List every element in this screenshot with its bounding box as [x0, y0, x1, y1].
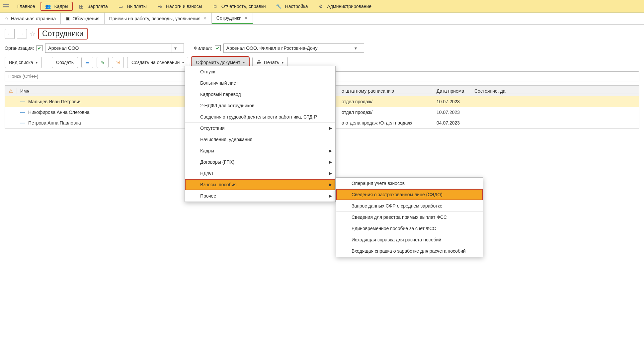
branch-select-value: Арсенал ООО. Филиал в г.Ростов-на-Дону	[224, 45, 352, 51]
menu-item-accruals[interactable]: Начисления, удержания	[185, 134, 335, 145]
row-schedule: отдел продаж/	[338, 99, 433, 104]
create-doc-menu: Отпуск Больничный лист Кадровый перевод …	[185, 66, 336, 202]
org-select-value: Арсенал ООО	[45, 45, 172, 51]
branch-select[interactable]: Арсенал ООО. Филиал в г.Ростов-на-Дону ▾	[223, 43, 364, 53]
row-hire-date: 04.07.2023	[433, 120, 471, 126]
col-schedule[interactable]: о штатному расписанию	[338, 88, 433, 94]
chevron-down-icon	[36, 61, 38, 64]
branch-label: Филиал:	[194, 45, 212, 51]
home-icon	[5, 15, 8, 22]
bullet-icon: —	[20, 120, 25, 126]
print-label: Печать	[264, 60, 279, 65]
menu-item-ndfl[interactable]: НДФЛ▶	[185, 168, 335, 179]
page-title: Сотрудники	[38, 28, 88, 40]
create-based-button[interactable]: Создать на основании	[127, 57, 188, 68]
users-icon	[45, 4, 51, 9]
chevron-right-icon: ▶	[329, 194, 332, 198]
edit-pen-button[interactable]	[97, 57, 109, 68]
menu-item-contributions[interactable]: Взносы, пособия▶	[185, 179, 335, 190]
menu-settings[interactable]: Настройка	[271, 2, 313, 11]
create-based-label: Создать на основании	[131, 60, 180, 65]
menu-taxes[interactable]: Налоги и взносы	[152, 2, 207, 11]
bullet-icon: —	[20, 110, 25, 115]
org-checkbox[interactable]: ✔	[37, 45, 42, 51]
link-icon	[116, 60, 120, 65]
tab-hiring-label: Приемы на работу, переводы, увольнения	[109, 16, 201, 21]
menu-item-other[interactable]: Прочее▶	[185, 190, 335, 202]
link-button[interactable]	[112, 57, 124, 68]
chevron-down-icon	[182, 61, 184, 64]
submenu-item-incoming-cert[interactable]: Входящая справка о заработке для расчета…	[336, 245, 483, 257]
col-hire-date[interactable]: Дата приема	[433, 88, 471, 94]
table-icon	[78, 4, 84, 9]
row-schedule: а отдела продаж /Отдел продаж/	[338, 120, 433, 126]
row-hire-date: 10.07.2023	[433, 110, 471, 115]
menu-hr[interactable]: Кадры	[40, 2, 73, 11]
warn-icon	[9, 88, 13, 94]
menu-item-stdr[interactable]: Сведения о трудовой деятельности работни…	[185, 111, 335, 123]
close-icon[interactable]: ✕	[244, 16, 248, 21]
menu-item-transfer[interactable]: Кадровый перевод	[185, 89, 335, 100]
menu-settings-label: Настройка	[285, 4, 308, 9]
list-icon	[85, 60, 89, 65]
menu-payouts[interactable]: Выплаты	[113, 2, 151, 11]
chevron-down-icon	[243, 61, 245, 64]
submenu-item-insured-sedo[interactable]: Сведения о застрахованном лице (СЭДО)	[336, 189, 483, 200]
submenu-item-sfr-request[interactable]: Запрос данных СФР о среднем заработке	[336, 200, 483, 212]
favorite-icon[interactable]: ☆	[30, 30, 36, 38]
menu-reports-label: Отчетность, справки	[221, 4, 266, 9]
chevron-down-icon[interactable]: ▾	[352, 44, 359, 52]
copy-button[interactable]	[81, 57, 93, 68]
submenu-item-op-contrib[interactable]: Операция учета взносов	[336, 178, 483, 189]
menu-payouts-label: Выплаты	[127, 4, 147, 9]
menu-item-sickleave[interactable]: Больничный лист	[185, 77, 335, 89]
col-state[interactable]: Состояние, да	[471, 88, 639, 94]
chevron-down-icon	[282, 61, 283, 64]
col-alert	[5, 88, 17, 94]
menu-salary[interactable]: Зарплата	[73, 2, 112, 11]
percent-icon	[157, 4, 163, 9]
branch-checkbox[interactable]: ✔	[215, 45, 221, 51]
submenu-item-outgoing-cert[interactable]: Исходящая справка для расчета пособий	[336, 234, 483, 245]
burger-icon[interactable]	[2, 1, 12, 12]
tab-start[interactable]: Начальная страница	[0, 13, 61, 24]
row-schedule: отдел продаж/	[338, 110, 433, 115]
doc-icon	[212, 4, 218, 9]
tab-hiring[interactable]: Приемы на работу, переводы, увольнения ✕	[105, 13, 212, 24]
tab-discussions[interactable]: Обсуждения	[61, 13, 104, 24]
chevron-right-icon: ▶	[329, 171, 332, 176]
menu-item-absences[interactable]: Отсутствия▶	[185, 123, 335, 134]
wrench-icon	[276, 4, 282, 9]
menu-admin-label: Администрирование	[327, 4, 372, 9]
gear-icon	[318, 4, 324, 9]
chat-icon	[65, 16, 70, 21]
card-icon	[118, 4, 124, 9]
row-name: Никофирова Анна Олеговна	[28, 110, 90, 115]
print-icon	[257, 60, 261, 65]
menu-reports[interactable]: Отчетность, справки	[207, 2, 271, 11]
bullet-icon: —	[20, 99, 25, 104]
menu-item-gph[interactable]: Договоры (ГПХ)▶	[185, 156, 335, 168]
chevron-down-icon[interactable]: ▾	[172, 44, 179, 52]
menu-taxes-label: Налоги и взносы	[166, 4, 202, 9]
chevron-right-icon: ▶	[329, 148, 332, 153]
tab-employees[interactable]: Сотрудники ✕	[212, 13, 253, 24]
create-label: Создать	[56, 60, 74, 65]
menu-item-2ndfl[interactable]: 2-НДФЛ для сотрудников	[185, 100, 335, 111]
view-type-button[interactable]: Вид списка	[5, 57, 42, 68]
title-row: ← → ☆ Сотрудники	[0, 25, 644, 42]
menu-item-hr[interactable]: Кадры▶	[185, 145, 335, 156]
menu-main[interactable]: Главное	[13, 2, 40, 11]
menu-admin[interactable]: Администрирование	[313, 2, 376, 11]
nav-forward-button[interactable]: →	[17, 29, 27, 39]
create-button[interactable]: Создать	[52, 57, 78, 68]
menu-item-vacation[interactable]: Отпуск	[185, 66, 335, 77]
submenu-item-fss-onetime[interactable]: Единовременное пособие за счет ФСС	[336, 223, 483, 234]
nav-back-button[interactable]: ←	[5, 29, 15, 39]
org-select[interactable]: Арсенал ООО ▾	[45, 43, 184, 53]
tab-strip: Начальная страница Обсуждения Приемы на …	[0, 13, 644, 25]
pen-icon	[101, 60, 105, 65]
chevron-right-icon: ▶	[329, 160, 332, 164]
submenu-item-fss-registry[interactable]: Сведения для реестра прямых выплат ФСС	[336, 212, 483, 223]
close-icon[interactable]: ✕	[203, 16, 207, 21]
